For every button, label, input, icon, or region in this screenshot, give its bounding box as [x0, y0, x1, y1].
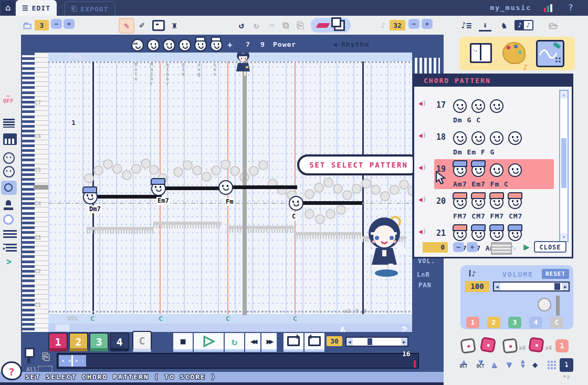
speaker-icon[interactable]: ◀) [418, 131, 434, 139]
chord-pattern-title[interactable]: CHORD PATTERN [414, 75, 572, 87]
reset-button[interactable]: RESET [542, 269, 569, 279]
speaker-icon[interactable]: ◀) [418, 227, 434, 235]
song-timeline[interactable] [57, 353, 419, 369]
diamond-icon[interactable]: ◆ [532, 359, 538, 370]
undo-icon[interactable]: ↺ [235, 19, 248, 32]
duplicate-icon[interactable] [334, 20, 345, 31]
copies-plus-button[interactable]: + [64, 19, 75, 29]
melody-face-icon[interactable] [3, 152, 15, 164]
timeline-cursor[interactable] [71, 355, 73, 367]
octave-up-button[interactable]: ▲OCT [456, 359, 471, 368]
forward-button[interactable]: ▶▶ [261, 333, 277, 352]
timeline-paste-icon[interactable]: ⎘ [42, 351, 49, 362]
scatter-icon[interactable] [547, 360, 556, 370]
octave-down-button[interactable]: ▼OCT [472, 359, 488, 368]
palette-icon[interactable]: ♪ [502, 42, 526, 64]
slider-right-arrow[interactable]: ▶ [401, 338, 407, 346]
stamp-rail-icon[interactable] [3, 200, 14, 210]
pattern-scrollbar[interactable]: ▲ ▼ [559, 90, 569, 242]
rhythm-speaker-icon[interactable]: ◀ [333, 40, 338, 48]
list-rail-icon[interactable] [3, 230, 17, 239]
pattern-list-icon[interactable] [491, 242, 512, 255]
track-badge-1[interactable]: 1 [466, 317, 479, 328]
scroll-down-icon[interactable]: ▼ [560, 233, 568, 241]
volume-right-arrow[interactable]: ▶ [562, 283, 569, 290]
score-canvas[interactable]: PAN Mute Major minor dim aug sus 1 Dm7 E… [48, 53, 412, 332]
piano-keys[interactable] [22, 53, 35, 332]
major-face-icon[interactable] [147, 39, 160, 51]
chord-segment[interactable]: Em7 [158, 186, 227, 190]
download-icon[interactable]: ⬇ [479, 20, 491, 32]
chord-row-strip[interactable]: VOL C C C C [48, 314, 412, 324]
repeat-button[interactable] [284, 333, 303, 352]
add-chord-type-icon[interactable]: + [227, 40, 233, 50]
chord-segment[interactable]: C [295, 201, 362, 205]
mute-face-icon[interactable] [131, 39, 144, 51]
timeline-active-region[interactable] [59, 355, 86, 367]
chord-face-icon-selected[interactable] [1, 181, 17, 195]
playhead[interactable] [243, 53, 247, 315]
track-badge-2[interactable]: 2 [487, 317, 500, 328]
dice-pink-x4-icon[interactable] [528, 337, 544, 352]
chord-pattern-item[interactable]: ◀) 20 FM7 CM7 FM7 CM7 [418, 191, 554, 221]
cut-icon[interactable]: ✂ [266, 19, 278, 32]
track-lines-icon[interactable] [3, 119, 15, 128]
stretch-icon[interactable]: ▲▼ [521, 358, 524, 368]
pattern-play-icon[interactable]: ▶ [523, 241, 529, 252]
scroll-up-icon[interactable]: ▲ [560, 91, 568, 99]
chord-track-button[interactable]: C [132, 331, 152, 352]
tab-export[interactable]: ⎗ EXPORT [64, 1, 116, 16]
track-4-button[interactable]: 4 [110, 332, 129, 351]
track-badge-3[interactable]: 3 [508, 317, 521, 328]
step-minus-button[interactable]: − [408, 19, 419, 29]
minor-face-icon[interactable] [163, 39, 175, 51]
scroll-thumb[interactable] [561, 138, 566, 188]
volume-slider[interactable]: ◀ ▶ [493, 282, 570, 292]
chord-row-c[interactable]: C [159, 315, 163, 322]
songbook-icon[interactable] [470, 43, 492, 63]
wrap-icon[interactable]: ⤵ [560, 358, 573, 372]
favorites-rail-icon[interactable] [3, 244, 17, 253]
pencil-tool-selected[interactable]: ✎ [119, 18, 134, 34]
close-button[interactable]: CLOSE [534, 241, 566, 253]
dice-pink-icon[interactable] [480, 337, 496, 353]
scrollbar-thumb[interactable] [56, 325, 69, 331]
chord-segment[interactable]: Dm7 [89, 195, 162, 199]
home-icon[interactable]: ⌂ [1, 1, 15, 15]
dim-face-icon[interactable] [178, 39, 191, 51]
move-up-icon[interactable]: ▲ [491, 359, 497, 369]
volume-left-arrow[interactable]: ◀ [494, 283, 500, 290]
expand-chevron-icon[interactable]: > [6, 256, 12, 267]
tab-edit[interactable]: ☰ EDIT [16, 0, 57, 16]
rewind-button[interactable]: ◀◀ [245, 333, 260, 352]
level-meter-icon[interactable] [544, 4, 555, 12]
dice-white-icon[interactable] [460, 338, 476, 353]
right-vol-label[interactable]: VOL. [418, 257, 435, 265]
track-1-button[interactable]: 1 [48, 332, 68, 351]
volume-thumb[interactable] [554, 283, 560, 290]
copies-minus-button[interactable]: − [51, 19, 62, 29]
dice-white-x4-icon[interactable] [502, 338, 518, 354]
zoom-mini-icons[interactable]: *⊦ [563, 374, 571, 381]
speaker-icon[interactable]: ◀) [418, 195, 434, 203]
sus-face-icon[interactable] [210, 39, 223, 51]
right-pan-label[interactable]: PAN [418, 282, 432, 289]
track-2-button[interactable]: 2 [69, 332, 88, 351]
speaker-icon[interactable]: ◀) [418, 163, 434, 171]
harmony-face-icon[interactable] [3, 166, 15, 178]
chord-row-c[interactable]: C [226, 315, 230, 322]
horizontal-scrollbar[interactable] [48, 324, 412, 332]
folder-icon[interactable]: 🗀 [21, 19, 34, 32]
paste-icon[interactable]: ⎘ [294, 19, 307, 32]
score-view-icon[interactable]: ♪ ♪ [514, 19, 533, 32]
move-down-icon[interactable]: ▼ [506, 359, 511, 369]
chord-pattern-item[interactable]: ◀) 18 Dm Em F G [418, 127, 554, 157]
stamp-tool-icon[interactable]: ♜ [168, 19, 181, 32]
ext7-toggle[interactable]: 7 [246, 40, 250, 48]
chord-pattern-item[interactable]: ◀) 17 Dm G C [418, 95, 554, 124]
help-bubble[interactable]: ? [1, 361, 22, 380]
lr-pan-icon[interactable]: L∩R [417, 271, 430, 278]
chord-row-c[interactable]: C [293, 315, 297, 322]
chord-segment[interactable]: Fm [225, 185, 297, 189]
loop-off-toggle[interactable]: ～OFF [3, 93, 14, 104]
